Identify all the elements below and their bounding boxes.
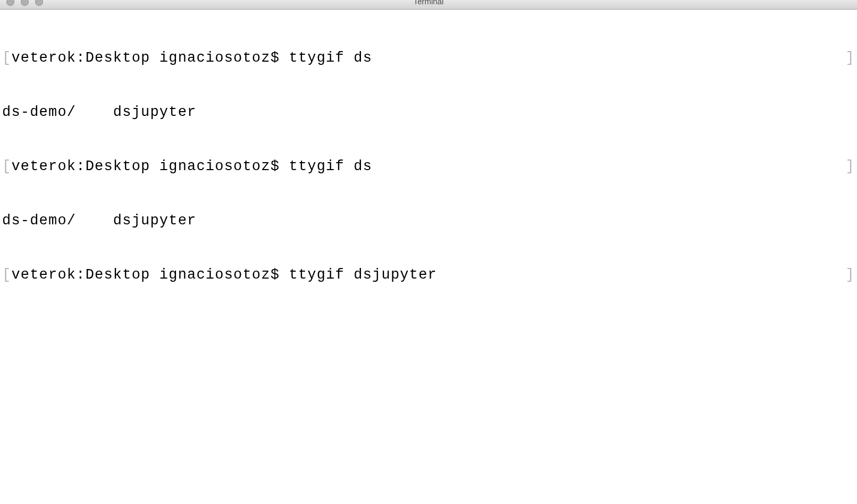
prompt-bracket-right: ] [846,157,855,175]
prompt-bracket-right: ] [846,49,855,67]
window-titlebar: Terminal [0,0,857,10]
command-text: ttygif dsjupyter [289,267,437,283]
window-controls [6,0,43,6]
completion-text: ds-demo/ dsjupyter [2,104,196,120]
minimize-window-button[interactable] [21,0,29,6]
prompt-text: veterok:Desktop ignaciosotoz$ [11,158,289,174]
close-window-button[interactable] [6,0,14,6]
prompt-bracket-right: ] [846,266,855,284]
terminal-line: [veterok:Desktop ignaciosotoz$ ttygif ds… [2,266,855,284]
prompt-bracket-left: [ [2,267,11,283]
window-title: Terminal [414,0,444,6]
terminal-line: [veterok:Desktop ignaciosotoz$ ttygif ds… [2,157,855,175]
maximize-window-button[interactable] [35,0,43,6]
terminal-output[interactable]: [veterok:Desktop ignaciosotoz$ ttygif ds… [0,10,857,305]
terminal-line: [veterok:Desktop ignaciosotoz$ ttygif ds… [2,49,855,67]
command-text: ttygif ds [289,158,373,174]
prompt-text: veterok:Desktop ignaciosotoz$ [11,50,289,66]
prompt-bracket-left: [ [2,50,11,66]
completion-text: ds-demo/ dsjupyter [2,213,196,229]
terminal-line: ds-demo/ dsjupyter [2,103,855,121]
command-text: ttygif ds [289,50,373,66]
prompt-text: veterok:Desktop ignaciosotoz$ [11,267,289,283]
prompt-bracket-left: [ [2,158,11,174]
terminal-line: ds-demo/ dsjupyter [2,212,855,230]
